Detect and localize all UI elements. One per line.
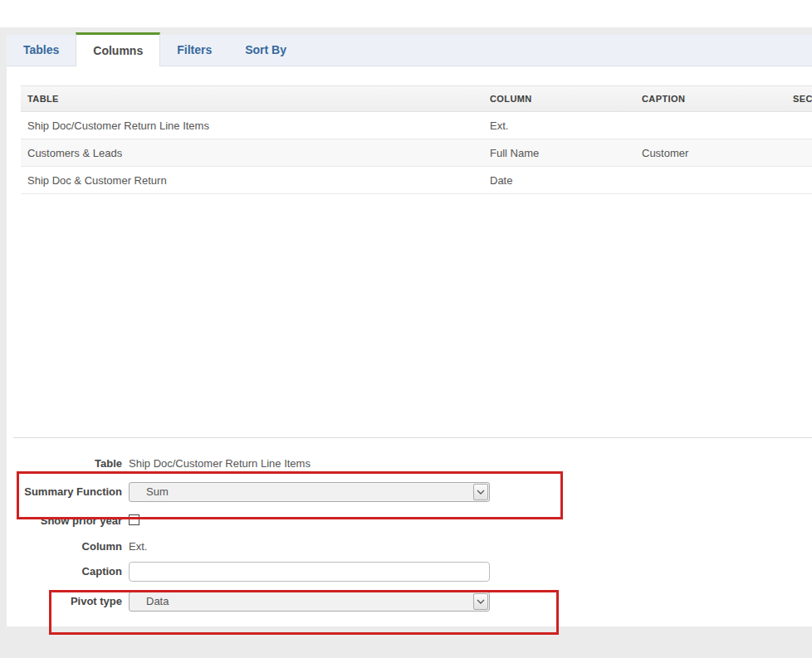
cell-table: Ship Doc/Customer Return Line Items xyxy=(27,112,209,139)
show-prior-year-checkbox[interactable] xyxy=(129,514,139,525)
chevron-down-icon xyxy=(473,484,488,500)
top-white-strip xyxy=(0,0,812,27)
column-field-value: Ext. xyxy=(129,540,147,553)
column-field-label: Column xyxy=(0,540,122,553)
cell-column: Date xyxy=(490,167,512,194)
show-prior-year-label: Show prior year xyxy=(0,514,122,528)
columns-table-header: TABLE COLUMN CAPTION SECTION xyxy=(21,85,812,112)
cell-column: Full Name xyxy=(490,139,539,167)
pivot-type-label: Pivot type xyxy=(0,595,122,608)
summary-function-selected-value: Sum xyxy=(146,483,169,501)
summary-function-select[interactable]: Sum xyxy=(129,482,490,502)
tab-filters[interactable]: Filters xyxy=(160,34,228,66)
table-field-value: Ship Doc/Customer Return Line Items xyxy=(129,457,311,470)
cell-table: Ship Doc & Customer Return xyxy=(27,167,167,194)
tab-sort-by[interactable]: Sort By xyxy=(228,34,303,66)
header-caption: CAPTION xyxy=(642,86,685,112)
table-row[interactable]: Ship Doc/Customer Return Line Items Ext. xyxy=(21,112,812,139)
header-column: COLUMN xyxy=(490,86,532,112)
form-divider xyxy=(13,437,812,438)
header-section: SECTION xyxy=(793,86,812,112)
cell-table: Customers & Leads xyxy=(27,139,122,167)
pivot-type-selected-value: Data xyxy=(146,592,169,611)
content-panel: TABLE COLUMN CAPTION SECTION Ship Doc/Cu… xyxy=(7,66,812,626)
columns-table: TABLE COLUMN CAPTION SECTION Ship Doc/Cu… xyxy=(21,85,812,194)
chevron-down-icon xyxy=(473,593,488,610)
cell-caption: Customer xyxy=(642,139,688,167)
tab-bar: Tables Columns Filters Sort By xyxy=(7,35,812,66)
table-row[interactable]: Customers & Leads Full Name Customer xyxy=(21,139,812,167)
table-field-label: Table xyxy=(0,457,122,470)
summary-function-label: Summary Function xyxy=(0,485,122,499)
caption-field-label: Caption xyxy=(0,565,122,578)
header-table: TABLE xyxy=(27,86,59,112)
pivot-type-select[interactable]: Data xyxy=(129,592,490,612)
cell-column: Ext. xyxy=(490,112,508,139)
tab-tables[interactable]: Tables xyxy=(7,34,76,66)
table-row[interactable]: Ship Doc & Customer Return Date xyxy=(21,167,812,194)
caption-input[interactable] xyxy=(129,562,490,582)
tab-columns[interactable]: Columns xyxy=(76,32,160,66)
